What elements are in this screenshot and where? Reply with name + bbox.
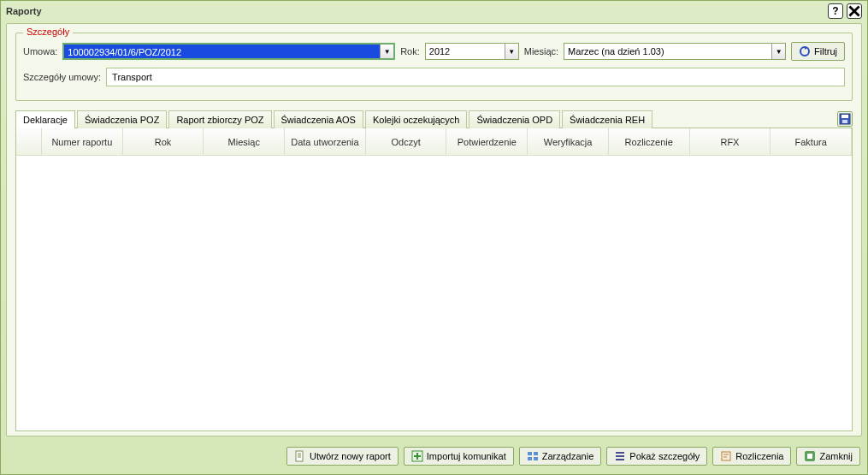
year-value: 2012	[426, 44, 505, 59]
column-header[interactable]: Weryfikacja	[528, 128, 609, 156]
table-header: Numer raportuRokMiesiącData utworzeniaOd…	[16, 128, 852, 156]
chevron-down-icon[interactable]: ▼	[380, 45, 393, 58]
import-message-button[interactable]: Importuj komunikat	[404, 447, 514, 466]
manage-button[interactable]: Zarządzanie	[519, 447, 602, 466]
tabs: DeklaracjeŚwiadczenia POZRaport zbiorczy…	[15, 110, 652, 128]
contract-details-row: Szczegóły umowy: Transport	[23, 68, 845, 86]
year-select[interactable]: 2012 ▼	[425, 43, 519, 60]
close-window-button[interactable]	[847, 3, 862, 19]
contract-value: 100002934/01/6/POZ/2012	[64, 45, 380, 58]
svg-rect-8	[528, 457, 532, 460]
column-header[interactable]: Faktura	[771, 128, 852, 156]
contract-details-value: Transport	[112, 72, 152, 82]
action-label: Pokaż szczegóły	[629, 451, 700, 461]
tab-swiadczenia-opd[interactable]: Świadczenia OPD	[469, 110, 560, 128]
column-header[interactable]	[16, 128, 42, 156]
table: Numer raportuRokMiesiącData utworzeniaOd…	[15, 128, 853, 431]
close-icon	[848, 5, 860, 17]
plus-icon	[411, 450, 423, 462]
tab-deklaracje[interactable]: Deklaracje	[15, 110, 75, 128]
document-icon	[294, 450, 306, 462]
action-label: Rozliczenia	[735, 451, 783, 461]
details-icon	[614, 450, 626, 462]
tab-swiadczenia-aos[interactable]: Świadczenia AOS	[274, 110, 363, 128]
svg-rect-3	[842, 120, 847, 123]
details-fieldset: Szczegóły Umowa: 100002934/01/6/POZ/2012…	[15, 33, 853, 101]
column-header[interactable]: Numer raportu	[42, 128, 123, 156]
svg-rect-6	[528, 452, 532, 455]
details-legend: Szczegóły	[23, 27, 73, 37]
tab-kolejki-oczekujacych[interactable]: Kolejki oczekujących	[365, 110, 468, 128]
new-report-button[interactable]: Utwórz nowy raport	[286, 447, 399, 466]
tab-swiadczenia-poz[interactable]: Świadczenia POZ	[77, 110, 167, 128]
svg-rect-4	[296, 451, 303, 461]
window-title: Raporty	[6, 6, 42, 16]
action-label: Zamknij	[819, 451, 853, 461]
save-button[interactable]	[837, 111, 853, 127]
chevron-down-icon[interactable]: ▼	[505, 44, 518, 59]
column-header[interactable]: Odczyt	[366, 128, 447, 156]
filter-button-label: Filtruj	[814, 46, 837, 56]
show-details-button[interactable]: Pokaż szczegóły	[606, 447, 707, 466]
contract-details-label: Szczegóły umowy:	[23, 72, 101, 82]
settlements-button[interactable]: Rozliczenia	[712, 447, 791, 466]
close-button[interactable]: Zamknij	[796, 447, 860, 466]
month-value: Marzec (na dzień 1.03)	[564, 44, 771, 59]
action-label: Utwórz nowy raport	[310, 451, 391, 461]
month-select[interactable]: Marzec (na dzień 1.03) ▼	[564, 43, 786, 60]
filter-button[interactable]: Filtruj	[791, 42, 845, 61]
close-square-icon	[804, 450, 816, 462]
action-bar: Utwórz nowy raport Importuj komunikat Za…	[1, 438, 867, 474]
settlements-icon	[720, 450, 732, 462]
column-header[interactable]: Miesiąc	[204, 128, 285, 156]
action-label: Importuj komunikat	[427, 451, 506, 461]
svg-rect-12	[807, 454, 812, 459]
chevron-down-icon[interactable]: ▼	[771, 44, 785, 59]
tab-raport-zbiorczy-poz[interactable]: Raport zbiorczy POZ	[168, 110, 271, 128]
filter-row: Umowa: 100002934/01/6/POZ/2012 ▼ Rok: 20…	[23, 42, 845, 61]
tabs-row: DeklaracjeŚwiadczenia POZRaport zbiorczy…	[15, 110, 853, 128]
manage-icon	[527, 450, 539, 462]
titlebar: Raporty ?	[1, 1, 867, 21]
refresh-icon	[799, 45, 811, 57]
window-controls: ?	[828, 3, 862, 19]
column-header[interactable]: RFX	[690, 128, 771, 156]
year-label: Rok:	[400, 46, 420, 56]
svg-rect-2	[841, 115, 848, 118]
column-header[interactable]: Rozliczenie	[609, 128, 690, 156]
contract-details-field: Transport	[106, 68, 845, 86]
content-panel: Szczegóły Umowa: 100002934/01/6/POZ/2012…	[6, 23, 862, 436]
svg-rect-10	[722, 452, 730, 460]
contract-label: Umowa:	[23, 46, 57, 56]
column-header[interactable]: Rok	[123, 128, 204, 156]
month-label: Miesiąc:	[524, 46, 558, 56]
floppy-icon	[839, 113, 851, 125]
tab-swiadczenia-reh[interactable]: Świadczenia REH	[562, 110, 652, 128]
svg-rect-9	[534, 457, 538, 460]
column-header[interactable]: Potwierdzenie	[446, 128, 528, 156]
contract-select[interactable]: 100002934/01/6/POZ/2012 ▼	[62, 43, 395, 60]
column-header[interactable]: Data utworzenia	[285, 128, 366, 156]
action-label: Zarządzanie	[542, 451, 594, 461]
svg-rect-7	[534, 452, 538, 455]
help-button[interactable]: ?	[828, 3, 843, 19]
